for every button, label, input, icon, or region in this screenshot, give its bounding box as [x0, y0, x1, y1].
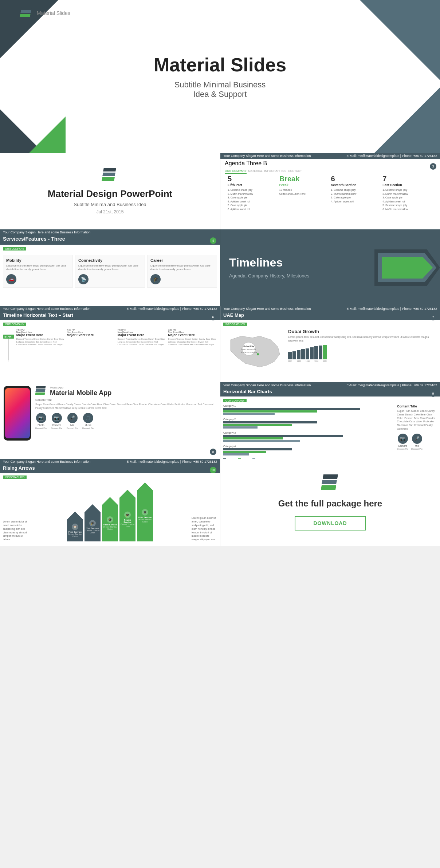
- arrow-5-body: 🎓 Fifth Service Dessert Tiramisu Cotton: [137, 490, 153, 541]
- mobile-app-title: Material Mobile App: [50, 389, 111, 397]
- timeline-event-1: 7:53 PM New Event Here Major Event Here …: [16, 329, 66, 346]
- agenda-content: Agenda Three B OUR COMPANY MATERIAL INFO…: [220, 159, 440, 214]
- agenda-col-5: 5 Fifth Part 1. Sesame snaps jelly2. Muf…: [228, 175, 278, 211]
- arrow-front: [382, 257, 433, 279]
- bar-2-s3: [223, 426, 258, 429]
- mobile-app-label: Music App: [50, 386, 111, 389]
- arrows-tag: INFOGRAPHICS: [3, 476, 27, 479]
- uae-map-svg: Dubai City Lorem ipsum dolor sit at area…: [223, 329, 285, 372]
- mic-icon: 🎤: [67, 413, 78, 423]
- dubai-bar-chart: [288, 345, 437, 359]
- timeline-h-row: START 0 7:53 PM New Event Here Major Eve…: [3, 329, 217, 363]
- bar-category-4: Category 4: [223, 445, 394, 455]
- service-card-connectivity: Connectivity Liquorice marshmallow sugar…: [75, 255, 145, 288]
- agenda-nav: OUR COMPANY MATERIAL INFOGRAPHICS CONTAC…: [225, 167, 436, 173]
- mobile-logo: [35, 386, 46, 397]
- mobile-layout: Music App Material Mobile App Content Ti…: [4, 386, 216, 441]
- agenda-badge: 3: [430, 163, 436, 170]
- bar-7: [314, 346, 318, 359]
- mobile-icon-camera: 📷 Camera Dessert Pie: [51, 413, 62, 429]
- bar-4-s1: [223, 448, 292, 450]
- chart-mic-icon: 🎤 Mic Dessert Pie: [411, 434, 423, 450]
- bar-4: [301, 349, 305, 359]
- bar-8: [319, 346, 322, 359]
- slide-rising-arrows: Your Company Slogan Here and some Busine…: [0, 459, 220, 546]
- slide-timelines: Timelines Agenda, Company History, Miles…: [220, 229, 440, 306]
- arrow-4-tip: [119, 490, 135, 498]
- arrow-3-body: 🎓 Third Service Dessert Tiramisu Cotton: [102, 505, 118, 541]
- map-content: Dubai City Lorem ipsum dolor sit at area…: [220, 327, 440, 376]
- arrow-4-body: 🎓 Fourth Service Dessert Tiramisu Cotton: [119, 498, 135, 541]
- mobile-text-area: Music App Material Mobile App Content Ti…: [35, 386, 216, 441]
- slide-cta: Get the full package here DOWNLOAD: [220, 459, 440, 546]
- camera-icon: 📷: [52, 413, 62, 423]
- agenda-columns: 5 Fifth Part 1. Sesame snaps jelly2. Muf…: [225, 173, 436, 213]
- services-tag: OUR COMPANY: [3, 247, 26, 250]
- arrow-5-tip: [137, 482, 153, 490]
- arrow-2-icon: 🎓: [89, 520, 96, 526]
- arrow-1-tip: [67, 512, 83, 520]
- agenda-col-6: 6 Seventh Section 1. Sesame snaps jelly2…: [331, 175, 381, 211]
- arrow-1-icon: 🏠: [72, 524, 78, 530]
- mobile-badge: 8: [210, 449, 216, 455]
- arrow-3-icon: 🎓: [107, 516, 113, 523]
- agenda-nav-company: OUR COMPANY: [225, 169, 247, 174]
- bar-6: [310, 347, 314, 359]
- corner-decoration-tr: [360, 0, 440, 80]
- bar-group-4: [223, 448, 394, 455]
- bar-group-1: [223, 408, 394, 415]
- phone-mockup: [4, 386, 31, 441]
- bar-1-s3: [223, 413, 275, 415]
- mobile-icon-music: 🎵 Music Dessert Pie: [82, 413, 94, 429]
- timeline-h-content: START 0 7:53 PM New Event Here Major Eve…: [0, 327, 220, 365]
- arrows-layout: Lorem ipsum dolor sit amet, consetetur s…: [0, 480, 220, 544]
- mobile-content-title: Content Title: [35, 398, 216, 402]
- agenda-col-break: Break Break 10 MinutesCoffee and Lunch T…: [279, 175, 330, 211]
- chart-right-icons: 📷 Camera Dessert Pie 🎤 Mic Dessert Pie: [397, 434, 437, 450]
- bar-category-1: Category 1: [223, 405, 394, 415]
- arrows-header-bar: Your Company Slogan Here and some Busine…: [0, 459, 220, 465]
- bar-9: [323, 345, 327, 359]
- timeline-event-4: 7:53 PM New Event Here Major Event Here …: [168, 329, 217, 346]
- map-title: UAE Map: [220, 312, 440, 320]
- slide-timeline-horizontal: Your Company Slogan Here and some Busine…: [0, 306, 220, 382]
- charts-badge: 9: [430, 390, 436, 397]
- camera-icon-2: 📷: [398, 434, 408, 444]
- arrows-group: 🏠 First Service Dessert Tiramisu Cotton …: [31, 482, 189, 541]
- slide-ppt: Material Design PowerPoint Subtitle Mini…: [0, 153, 220, 229]
- chart-content-title: Content Title: [397, 405, 437, 408]
- agenda-nav-contact: CONTACT: [288, 169, 302, 173]
- slide-subtitle: Subtitle Minimal Business Idea & Support: [174, 80, 266, 99]
- timeline-arrows-container: [367, 229, 440, 306]
- agenda-title: Agenda Three B: [225, 160, 436, 167]
- cta-title: Get the full package here: [278, 498, 382, 509]
- career-icon: 🎓: [150, 274, 161, 284]
- bar-category-2: Category 2: [223, 418, 394, 429]
- bar-5: [306, 348, 309, 359]
- ppt-subtitle: Subtitle Minima and Business Idea: [74, 202, 146, 207]
- arrow-4-icon: 🎓: [124, 512, 131, 518]
- arrows-right-text: Lorem ipsum dolor sit amet, consetetur s…: [192, 516, 217, 541]
- bar-group-3: [223, 435, 394, 442]
- arrow-5-icon: 🎓: [142, 509, 148, 516]
- mobile-content-text: Sugar Plum Gummi Bears Candy Canes Danis…: [35, 403, 216, 410]
- charts-tag: OUR COMPANY: [223, 399, 247, 402]
- bar-category-3: Category 3: [223, 431, 394, 442]
- chart-camera-icon: 📷 Camera Dessert Pie: [397, 434, 408, 450]
- start-marker: START 0: [3, 335, 14, 363]
- service-card-career: Career Liquorice marshmallow sugar plum …: [147, 255, 217, 288]
- timeline-event-2: 7:53 PM New Event Here Major Event Here: [67, 329, 116, 346]
- agenda-nav-infographics: INFOGRAPHICS: [264, 169, 286, 173]
- svg-text:Dubai City: Dubai City: [243, 345, 254, 347]
- bar-2-s2: [223, 424, 292, 426]
- ppt-title: Material Design PowerPoint: [48, 188, 172, 200]
- logo-icon: [20, 7, 33, 20]
- timeline-event-3: 7:53 PM New Event Here Major Event Here …: [117, 329, 166, 346]
- svg-text:sit at area, columbia: sit at area, columbia: [241, 351, 257, 353]
- mobility-icon: 🚗: [6, 274, 16, 284]
- arrows-badge: 10: [210, 467, 216, 473]
- bar-3-s1: [223, 435, 343, 437]
- mic-icon-2: 🎤: [412, 434, 422, 444]
- download-button[interactable]: DOWNLOAD: [295, 516, 366, 530]
- green-triangle: [29, 117, 66, 153]
